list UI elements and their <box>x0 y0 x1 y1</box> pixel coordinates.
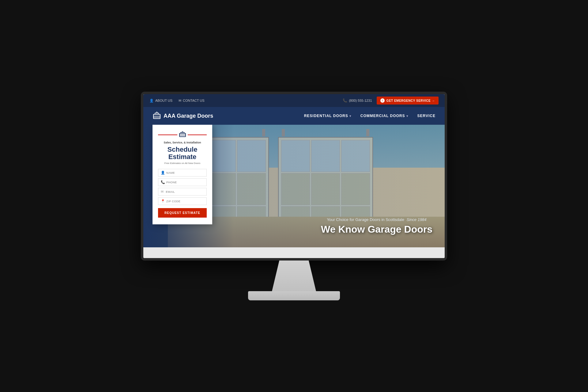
svg-rect-1 <box>179 133 186 137</box>
monitor-stand-neck <box>257 261 331 291</box>
estimate-card: Sales, Service, & Installation Schedule … <box>153 125 212 224</box>
zip-field-icon: 📍 <box>161 199 164 203</box>
svg-rect-0 <box>153 114 160 119</box>
phone-icon: 📞 <box>343 98 347 103</box>
phone-text: (800) 555-1231 <box>349 99 372 102</box>
garage-door-logo-icon <box>153 111 161 121</box>
monitor-stand-base <box>248 291 340 300</box>
nav-service-label: SERVICE <box>417 114 435 118</box>
monitor-screen: 👤 ABOUT US ✉ CONTACT US 📞 (800) 555-1231… <box>141 92 447 261</box>
logo-text: AAA Garage Doors <box>164 113 213 119</box>
phone-number: 📞 (800) 555-1231 <box>343 98 372 103</box>
submit-label: REQUEST ESTIMATE <box>164 211 200 215</box>
nav-service[interactable]: SERVICE <box>417 114 435 118</box>
utility-left: 👤 ABOUT US ✉ CONTACT US <box>149 99 205 103</box>
phone-input[interactable] <box>166 181 204 184</box>
alert-icon: ! <box>380 98 385 103</box>
hero-subtitle-italic: Since 1984 <box>407 217 427 222</box>
monitor-wrapper: 👤 ABOUT US ✉ CONTACT US 📞 (800) 555-1231… <box>141 92 447 300</box>
main-nav: AAA Garage Doors RESIDENTIAL DOORS ▾ COM… <box>143 107 445 125</box>
nav-residential-label: RESIDENTIAL DOORS <box>304 114 348 118</box>
phone-field[interactable]: 📞 <box>158 178 207 186</box>
email-input[interactable] <box>166 190 204 193</box>
card-logo <box>158 131 207 139</box>
hero-section: Sales, Service, & Installation Schedule … <box>143 125 445 247</box>
chevron-down-icon: ▾ <box>349 114 351 118</box>
hero-title: We Know Garage Doors <box>321 224 432 235</box>
email-field[interactable]: ✉ <box>158 188 207 196</box>
emergency-label: GET EMERGENCY SERVICE → <box>386 99 435 102</box>
logo-line-right <box>188 135 207 135</box>
about-us-label: ABOUT US <box>155 99 172 102</box>
user-icon: 👤 <box>149 99 154 103</box>
hero-subtitle-text: Your Choice for Garage Doors in Scottsda… <box>327 217 404 222</box>
zip-input[interactable] <box>166 200 204 203</box>
logo-line-left <box>158 135 177 135</box>
name-input[interactable] <box>166 171 204 174</box>
user-field-icon: 👤 <box>161 171 164 175</box>
card-title: Schedule Estimate <box>158 146 207 161</box>
nav-commercial-label: COMMERCIAL DOORS <box>360 114 405 118</box>
zip-field[interactable]: 📍 <box>158 197 207 205</box>
chevron-down-icon: ▾ <box>406 114 408 118</box>
logo-area[interactable]: AAA Garage Doors <box>153 111 213 121</box>
contact-us-link[interactable]: ✉ CONTACT US <box>179 99 205 103</box>
hero-text: Your Choice for Garage Doors in Scottsda… <box>321 217 432 235</box>
nav-commercial-doors[interactable]: COMMERCIAL DOORS ▾ <box>360 114 408 118</box>
garage-icon <box>179 131 186 139</box>
about-us-link[interactable]: 👤 ABOUT US <box>149 99 172 103</box>
envelope-icon: ✉ <box>179 99 181 103</box>
utility-bar: 👤 ABOUT US ✉ CONTACT US 📞 (800) 555-1231… <box>143 94 445 107</box>
email-field-icon: ✉ <box>161 190 164 194</box>
contact-us-label: CONTACT US <box>183 99 205 102</box>
name-field[interactable]: 👤 <box>158 169 207 177</box>
phone-field-icon: 📞 <box>161 180 164 184</box>
hero-subtitle: Your Choice for Garage Doors in Scottsda… <box>321 217 432 222</box>
card-subtitle: Sales, Service, & Installation <box>158 141 207 144</box>
bottom-strip <box>143 247 445 258</box>
emergency-button[interactable]: ! GET EMERGENCY SERVICE → <box>377 97 439 105</box>
submit-button[interactable]: REQUEST ESTIMATE <box>158 208 207 218</box>
card-desc: Free Estimates on All New Doors <box>158 162 207 165</box>
nav-links: RESIDENTIAL DOORS ▾ COMMERCIAL DOORS ▾ S… <box>304 114 435 118</box>
utility-right: 📞 (800) 555-1231 ! GET EMERGENCY SERVICE… <box>343 97 439 105</box>
nav-residential-doors[interactable]: RESIDENTIAL DOORS ▾ <box>304 114 351 118</box>
